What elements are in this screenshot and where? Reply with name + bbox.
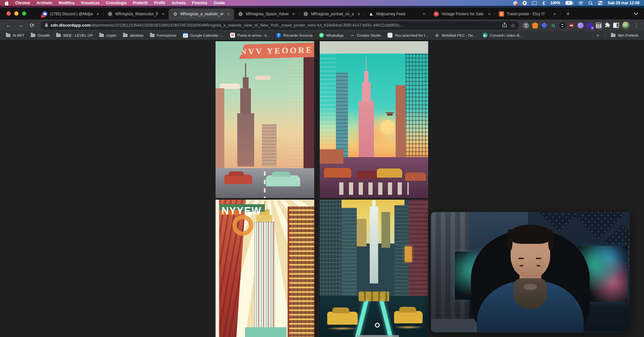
- address-bar[interactable]: cdn.discordapp.com/attachments/101351233…: [41, 21, 519, 30]
- extension-icon[interactable]: [577, 22, 584, 29]
- new-tab-button[interactable]: +: [564, 9, 573, 19]
- discord-favicon-icon: [42, 11, 47, 17]
- folder-icon: [150, 34, 155, 37]
- menu-item-modifica[interactable]: Modifica: [58, 1, 74, 5]
- url-text[interactable]: cdn.discordapp.com/attachments/101351233…: [51, 23, 500, 28]
- macos-menu-bar: Chrome Archivio Modifica Visualizza Cron…: [0, 0, 644, 6]
- bookmark-folder-idealista[interactable]: idealista: [120, 32, 146, 38]
- extension-icon[interactable]: N: [550, 22, 556, 29]
- tab-close-icon[interactable]: ✕: [487, 12, 492, 17]
- bookmark-google-calendar[interactable]: 31Google Calendar -...: [180, 32, 227, 39]
- battery-percent-label: 100%: [550, 1, 560, 5]
- mouse-cursor: [375, 323, 380, 328]
- bookmark-facebook[interactable]: fRiccardo Scrocca: [274, 32, 315, 39]
- bookmark-gmail[interactable]: MPosta in arrivo - ri...: [228, 32, 272, 39]
- tab-close-icon[interactable]: ✕: [356, 12, 361, 17]
- screen-record-icon[interactable]: [513, 1, 517, 5]
- back-button[interactable]: ←: [4, 21, 14, 30]
- extension-icon[interactable]: [596, 22, 602, 29]
- tab-close-icon[interactable]: ✕: [161, 12, 166, 17]
- wifi-icon[interactable]: [578, 1, 583, 5]
- red-car: [224, 174, 252, 184]
- lock-icon[interactable]: [45, 22, 48, 28]
- extension-badge: 5: [591, 26, 594, 30]
- tab-close-icon[interactable]: ✕: [95, 12, 100, 17]
- poster-top-right: [320, 41, 428, 198]
- mint-car: [266, 175, 300, 186]
- etsy-favicon-icon: E: [499, 11, 504, 17]
- menu-item-chrome[interactable]: Chrome: [15, 1, 30, 5]
- menu-item-finestra[interactable]: Finestra: [192, 1, 207, 5]
- menu-item-preferiti[interactable]: Preferiti: [133, 1, 148, 5]
- extension-metamask-icon[interactable]: [532, 22, 538, 29]
- tab-watercolor[interactable]: MRregista_Watercolor_Pa ✕: [104, 8, 169, 19]
- extension-icon[interactable]: [523, 22, 529, 29]
- extensions-puzzle-icon[interactable]: [605, 22, 610, 29]
- bookmark-folder-growth[interactable]: Growth: [28, 32, 52, 38]
- poster-title: NYYEW: [221, 205, 262, 217]
- bookmark-folder-formazione[interactable]: Formazione: [147, 32, 179, 38]
- bluetooth-icon[interactable]: [542, 1, 545, 5]
- display-mirroring-icon[interactable]: [532, 1, 537, 5]
- tab-close-icon[interactable]: ✕: [226, 12, 231, 17]
- chrome-menu-icon[interactable]: ⋮: [633, 22, 640, 28]
- menu-item-scheda[interactable]: Scheda: [172, 1, 186, 5]
- tab-close-icon[interactable]: ✕: [291, 12, 296, 17]
- menu-item-profili[interactable]: Profili: [154, 1, 165, 5]
- bookmark-converti-video[interactable]: ▶Converti i video di...: [480, 32, 525, 39]
- bookmark-star-icon[interactable]: ☆: [511, 22, 515, 29]
- other-bookmarks-folder[interactable]: Altri Preferiti: [608, 32, 641, 38]
- yellow-taxi: [394, 311, 423, 323]
- tab-search-chevron-icon[interactable]: [634, 11, 638, 17]
- spotlight-search-icon[interactable]: [588, 1, 593, 5]
- tab-realistic-view-active[interactable]: MRregista_a_realistic_vie ✕: [169, 8, 234, 19]
- tab-etsy[interactable]: E Travel poster - Etsy IT ✕: [495, 8, 560, 19]
- extensions-row: N 5 ⋮: [523, 21, 640, 29]
- bookmark-folder-web-level-up[interactable]: WEB - LEVEL-UP: [54, 32, 95, 38]
- menu-item-cronologia[interactable]: Cronologia: [106, 1, 126, 5]
- profile-avatar[interactable]: [622, 21, 630, 29]
- tab-vintage-posters[interactable]: Vintage Posters for Sale | ✕: [430, 8, 495, 19]
- browser-toolbar: ← → ⟳ cdn.discordapp.com/attachments/101…: [0, 19, 644, 31]
- folder-icon: [56, 34, 61, 37]
- minimize-window-button[interactable]: [14, 11, 19, 16]
- bookmark-creator-studio[interactable]: ∞Creator Studio: [347, 32, 384, 39]
- tab-portrait[interactable]: MRregista_portrait_on_a_ ✕: [299, 8, 365, 19]
- menu-item-archivio[interactable]: Archivio: [36, 1, 52, 5]
- divider: [605, 33, 605, 38]
- reload-button[interactable]: ⟳: [27, 21, 37, 30]
- tab-discord[interactable]: (2765) Discord | @Midjou ✕: [38, 8, 104, 19]
- url-domain: cdn.discordapp.com: [51, 23, 90, 28]
- apple-menu-icon[interactable]: [5, 1, 9, 6]
- stop-status-icon[interactable]: [523, 1, 527, 5]
- tab-close-icon[interactable]: ✕: [552, 12, 557, 17]
- bookmarks-bar: AI ART Growth WEB - LEVEL-UP crypto idea…: [0, 31, 644, 40]
- bookmark-webmail-pec[interactable]: @WebMail PEC - De...: [432, 32, 479, 39]
- bookmark-folder-crypto[interactable]: crypto: [97, 32, 119, 38]
- menu-item-visualizza[interactable]: Visualizza: [81, 1, 99, 5]
- bookmark-folder-ai-art[interactable]: AI ART: [3, 32, 27, 38]
- forward-button[interactable]: →: [16, 21, 25, 30]
- share-icon[interactable]: [502, 22, 507, 29]
- bookmark-whatsapp[interactable]: ✆WhatsApp: [316, 32, 346, 39]
- extension-icon[interactable]: [559, 22, 565, 29]
- extension-icon[interactable]: [541, 22, 547, 29]
- window-controls: [6, 11, 26, 16]
- extension-icon[interactable]: 5: [587, 22, 593, 29]
- menubar-clock[interactable]: Sab 25 mar 12:08: [608, 1, 639, 5]
- tab-close-icon[interactable]: ✕: [422, 12, 427, 17]
- discord-badge: [41, 15, 45, 18]
- tab-space-adventure[interactable]: MRregista_Space_Advent ✕: [234, 8, 299, 19]
- close-window-button[interactable]: [6, 11, 11, 16]
- tab-strip: (2765) Discord | @Midjou ✕ MRregista_Wat…: [0, 8, 644, 19]
- control-center-icon[interactable]: [598, 1, 602, 5]
- tab-midjourney-feed[interactable]: Midjourney Feed ✕: [365, 8, 430, 19]
- page-icon: [388, 33, 392, 38]
- empire-state-building: [370, 206, 378, 283]
- bookmark-you-searched[interactable]: You searched for I...: [385, 32, 431, 39]
- side-panel-icon[interactable]: [613, 23, 619, 28]
- zoom-window-button[interactable]: [22, 11, 26, 16]
- bookmarks-overflow-chevron[interactable]: »: [594, 33, 601, 38]
- extension-password-icon[interactable]: [568, 22, 575, 29]
- menu-item-guida[interactable]: Guida: [214, 1, 225, 5]
